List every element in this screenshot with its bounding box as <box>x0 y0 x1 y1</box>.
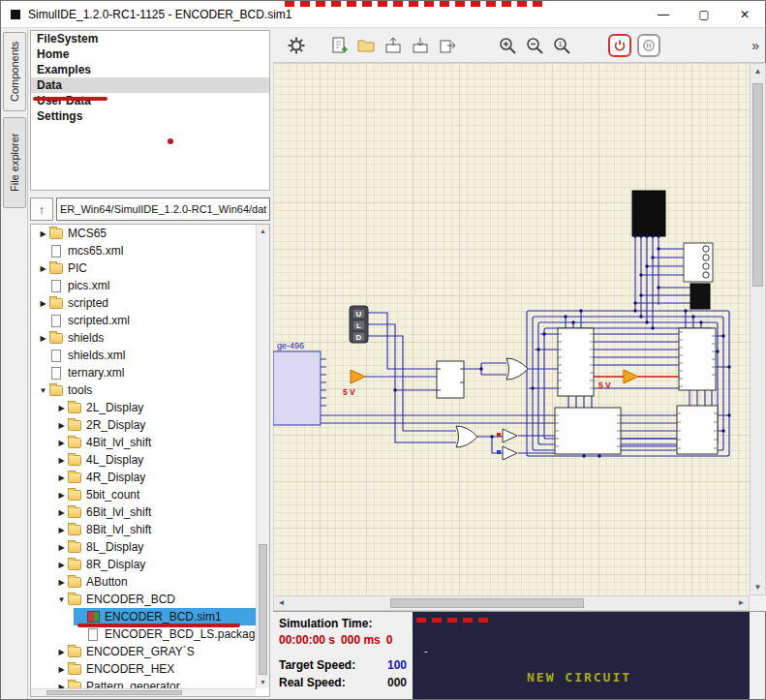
tree-scrollbar-thumb[interactable] <box>259 544 267 675</box>
scroll-down-icon[interactable]: ▼ <box>751 580 765 594</box>
tree-item-pics-xml[interactable]: pics.xml <box>31 277 256 294</box>
black-component[interactable] <box>690 284 710 309</box>
toolbar-overflow-button[interactable]: » <box>751 38 759 53</box>
tree-item-ternary-xml[interactable]: ternary.xml <box>31 364 256 381</box>
close-button[interactable]: ✕ <box>724 1 765 27</box>
tree-item-8l-display[interactable]: ▶8L_Display <box>31 538 256 556</box>
voltage-source-right[interactable]: 5 V <box>598 370 638 390</box>
buffer-gate-1[interactable] <box>503 429 517 442</box>
tree-item-4bit-lvl-shift[interactable]: ▶4Bit_lvl_shift <box>31 434 256 451</box>
scroll-left-icon[interactable]: ◄ <box>274 596 289 609</box>
save-circuit-button[interactable] <box>407 32 434 59</box>
scroll-up-icon[interactable]: ▲ <box>257 225 269 237</box>
seven-segment-display[interactable] <box>632 191 665 236</box>
tree-item-mcs65-xml[interactable]: mcs65.xml <box>31 242 256 259</box>
tree-item-encoder-bcd[interactable]: ▼ENCODER_BCD <box>31 591 256 608</box>
tree-item-6bit-lvl-shift[interactable]: ▶6Bit_lvl_shift <box>31 503 256 521</box>
expand-arrow-icon[interactable]: ▶ <box>37 229 49 238</box>
tree-item-pattern-generator[interactable]: ▶Pattern_generator <box>31 678 256 688</box>
tree-item-scripted-xml[interactable]: scripted.xml <box>31 312 256 329</box>
zoom-out-button[interactable] <box>521 32 548 59</box>
or-gate-bottom[interactable] <box>456 426 477 447</box>
tree-item-scripted[interactable]: ▶scripted <box>31 294 256 312</box>
place-item-settings[interactable]: Settings <box>31 108 269 124</box>
new-circuit-button[interactable] <box>325 32 352 59</box>
tree-item-encoder-gray-s[interactable]: ▶ENCODER_GRAY`S <box>31 643 256 660</box>
expand-arrow-icon[interactable]: ▶ <box>55 578 68 587</box>
buffer-gate-2[interactable] <box>503 446 517 460</box>
ic-chip-4[interactable] <box>677 406 718 454</box>
tree-item-mcs65[interactable]: ▶MCS65 <box>31 225 256 242</box>
tree-item-8r-display[interactable]: ▶8R_Display <box>31 556 256 573</box>
tree-item-shields-xml[interactable]: shields.xml <box>31 347 256 364</box>
up-directory-button[interactable]: ↑ <box>30 198 53 221</box>
tree-item-4r-display[interactable]: ▶4R_Display <box>31 469 256 486</box>
place-item-filesystem[interactable]: FileSystem <box>31 31 269 46</box>
place-item-examples[interactable]: Examples <box>31 62 269 77</box>
tree-horizontal-scrollbar[interactable] <box>31 688 256 696</box>
expand-arrow-icon[interactable]: ▶ <box>37 299 49 308</box>
expand-arrow-icon[interactable]: ▶ <box>55 665 68 674</box>
circuit-canvas[interactable]: ge-496 U L D 5 V 5 V <box>273 63 750 595</box>
canvas-vscroll-thumb[interactable] <box>752 83 763 287</box>
expand-arrow-icon[interactable]: ▶ <box>55 508 68 517</box>
scroll-down-icon[interactable]: ▼ <box>257 676 269 688</box>
settings-button[interactable] <box>283 32 310 59</box>
tree-hscrollbar-thumb[interactable] <box>46 690 182 695</box>
tree-item-tools[interactable]: ▼tools <box>31 381 256 399</box>
power-circuit-button[interactable] <box>608 34 631 57</box>
export-circuit-button[interactable] <box>434 32 461 59</box>
tree-item-encoder-bcd-sim1[interactable]: ENCODER_BCD.sim1 <box>31 608 256 625</box>
expand-arrow-icon[interactable]: ▶ <box>55 543 68 552</box>
expand-arrow-icon[interactable]: ▶ <box>55 421 68 430</box>
left-edge-chip[interactable]: ge-496 <box>273 341 326 425</box>
pin-header-connector[interactable] <box>684 243 713 282</box>
canvas-horizontal-scrollbar[interactable]: ◄ ► <box>273 595 750 611</box>
expand-arrow-icon[interactable]: ▶ <box>55 439 68 447</box>
tree-item-encoder-bcd-ls-package[interactable]: ENCODER_BCD_LS.package <box>31 625 256 643</box>
tree-vertical-scrollbar[interactable]: ▲ ▼ <box>256 225 269 688</box>
open-folder-button[interactable] <box>352 32 380 59</box>
expand-arrow-icon[interactable]: ▶ <box>37 334 49 343</box>
expand-arrow-icon[interactable]: ▶ <box>37 264 49 273</box>
expand-arrow-icon[interactable]: ▶ <box>55 404 68 412</box>
maximize-button[interactable]: ▢ <box>684 1 724 27</box>
place-item-data[interactable]: Data <box>31 77 269 93</box>
place-item-user-data[interactable]: User Data <box>31 93 269 108</box>
tree-item-shields[interactable]: ▶shields <box>31 329 256 347</box>
tree-item-abutton[interactable]: ▶AButton <box>31 573 256 591</box>
tab-components[interactable]: Components <box>3 32 26 111</box>
voltage-source-left[interactable]: 5 V <box>343 370 365 397</box>
tree-item-4l-display[interactable]: ▶4L_Display <box>31 451 256 469</box>
collapse-arrow-icon[interactable]: ▼ <box>55 595 68 604</box>
flipflop-box[interactable] <box>437 361 464 398</box>
expand-arrow-icon[interactable]: ▶ <box>55 648 68 656</box>
expand-arrow-icon[interactable]: ▶ <box>55 456 68 465</box>
pause-simulation-button[interactable] <box>637 34 660 57</box>
ic-chip-3[interactable] <box>555 408 621 454</box>
expand-arrow-icon[interactable]: ▶ <box>55 473 68 482</box>
tree-item-pic[interactable]: ▶PIC <box>31 259 256 277</box>
zoom-reset-button[interactable]: 1 <box>548 32 575 59</box>
zoom-in-button[interactable] <box>494 32 521 59</box>
scroll-right-icon[interactable]: ► <box>734 596 749 609</box>
tab-file-explorer[interactable]: File explorer <box>3 117 26 208</box>
tree-item-5bit-count[interactable]: ▶5bit_count <box>31 486 256 503</box>
uld-button-stack[interactable]: U L D <box>350 306 368 343</box>
place-item-home[interactable]: Home <box>31 46 269 62</box>
scroll-up-icon[interactable]: ▲ <box>751 64 765 78</box>
load-circuit-button[interactable] <box>380 32 407 59</box>
minimize-button[interactable]: — <box>643 1 684 27</box>
expand-arrow-icon[interactable]: ▶ <box>55 561 68 569</box>
expand-arrow-icon[interactable]: ▶ <box>55 491 68 500</box>
canvas-vertical-scrollbar[interactable]: ▲ ▼ <box>750 63 766 595</box>
or-gate-top[interactable] <box>506 358 528 380</box>
tree-item-encoder-hex[interactable]: ▶ENCODER_HEX <box>31 660 256 678</box>
tree-item-2l-display[interactable]: ▶2L_Display <box>31 399 256 416</box>
ic-chip-2[interactable] <box>679 328 716 390</box>
tree-item-8bit-lvl-shift[interactable]: ▶8Bit_lvl_shift <box>31 521 256 538</box>
expand-arrow-icon[interactable]: ▶ <box>55 526 68 534</box>
tree-item-2r-display[interactable]: ▶2R_Display <box>31 416 256 434</box>
canvas-hscroll-thumb[interactable] <box>390 598 584 608</box>
collapse-arrow-icon[interactable]: ▼ <box>37 386 49 395</box>
